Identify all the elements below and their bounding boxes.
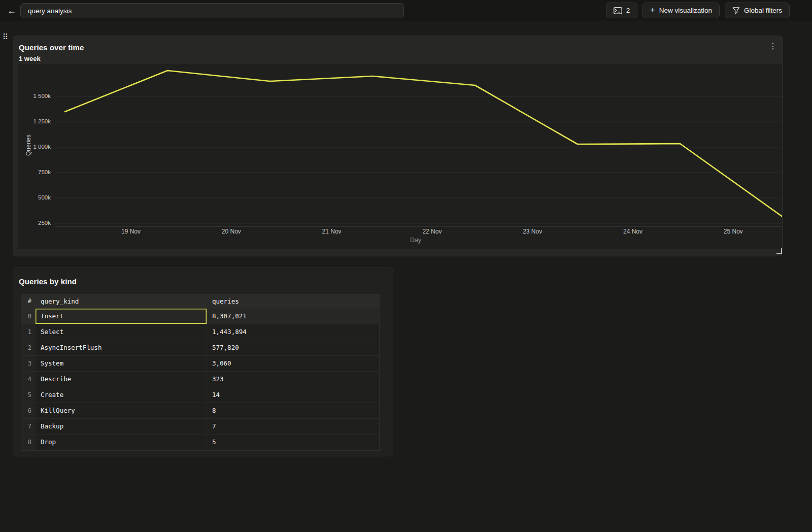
y-tick-label: 1 250k [18, 118, 51, 124]
x-axis-title: Day [390, 237, 441, 244]
row-index: 3 [21, 356, 36, 371]
row-index: 5 [21, 387, 36, 403]
row-index: 7 [21, 419, 36, 434]
new-visualization-button[interactable]: + New visualization [642, 3, 720, 18]
x-tick-label: 21 Nov [314, 228, 350, 235]
query-kind-cell[interactable]: Backup [36, 419, 207, 434]
chart-title: Queries over time [19, 43, 783, 52]
resize-handle-icon[interactable] [776, 248, 782, 254]
back-button[interactable]: ← [4, 3, 19, 18]
arrow-left-icon: ← [7, 6, 16, 16]
table-row: 1Select1,443,894 [21, 324, 379, 340]
table-row: 5Create14 [21, 387, 379, 403]
console-count: 2 [626, 7, 630, 14]
queries-count-cell[interactable]: 8,307,021 [207, 309, 379, 324]
drag-handle-icon[interactable]: ⠿ [3, 32, 8, 42]
y-tick-label: 750k [18, 169, 51, 175]
table-row: 4Describe323 [21, 372, 379, 387]
x-tick-label: 19 Nov [113, 228, 149, 235]
table-row: 2AsyncInsertFlush577,820 [21, 340, 379, 356]
y-tick-label: 250k [18, 220, 51, 226]
panel-menu-button[interactable]: ⋮ [767, 40, 779, 51]
row-index: 2 [21, 340, 36, 355]
topbar-actions: 2 + New visualization Global filters [606, 3, 790, 18]
queries-count-cell[interactable]: 8 [207, 403, 379, 418]
y-tick-label: 500k [18, 194, 51, 201]
table-row: 3System3,060 [21, 356, 379, 372]
x-tick-label: 24 Nov [615, 228, 651, 235]
row-index: 0 [21, 309, 36, 324]
kebab-icon: ⋮ [769, 42, 777, 50]
queries-count-cell[interactable]: 14 [207, 387, 379, 403]
x-tick-label: 20 Nov [214, 228, 249, 235]
table-row: 7Backup7 [21, 419, 379, 435]
query-kind-cell[interactable]: KillQuery [36, 403, 207, 418]
queries-count-cell[interactable]: 7 [207, 419, 379, 434]
column-header[interactable]: # [21, 294, 36, 308]
table-row: 6KillQuery8 [21, 403, 379, 419]
queries-count-cell[interactable]: 1,443,894 [207, 324, 379, 340]
row-index: 4 [21, 372, 36, 387]
new-visualization-label: New visualization [659, 7, 712, 14]
row-index: 6 [21, 403, 36, 418]
queries-count-cell[interactable]: 323 [207, 372, 379, 387]
query-kind-cell[interactable]: Select [36, 324, 207, 340]
queries-by-kind-table: #query_kindqueries0Insert8,307,0211Selec… [21, 294, 380, 451]
table-title: Queries by kind [19, 277, 393, 286]
column-header[interactable]: query_kind [36, 294, 207, 308]
query-kind-cell[interactable]: Create [36, 387, 207, 403]
queries-count-cell[interactable]: 5 [207, 435, 379, 450]
column-header[interactable]: queries [207, 294, 379, 308]
global-filters-button[interactable]: Global filters [725, 3, 790, 18]
y-tick-label: 1 000k [18, 144, 51, 150]
query-kind-cell[interactable]: Drop [36, 435, 207, 450]
dashboard-title-input[interactable] [20, 3, 404, 18]
x-tick-label: 22 Nov [414, 228, 450, 235]
queries-count-cell[interactable]: 3,060 [207, 356, 379, 371]
open-query-console-button[interactable]: 2 [606, 3, 638, 18]
topbar: ← 2 + New visualization Global filters [0, 0, 812, 21]
y-tick-label: 1 500k [18, 93, 51, 99]
filter-funnel-icon [732, 7, 740, 14]
row-index: 8 [21, 435, 36, 450]
x-tick-label: 25 Nov [716, 228, 751, 235]
plus-icon: + [650, 6, 655, 15]
chart-panel: Queries over time 1 week ⋮ Queries 1 500… [13, 36, 783, 256]
table-header-row: #query_kindqueries [21, 294, 379, 309]
table-row: 8Drop5 [21, 435, 379, 450]
query-kind-cell[interactable]: System [36, 356, 207, 371]
query-kind-cell[interactable]: AsyncInsertFlush [36, 340, 207, 355]
query-kind-cell[interactable]: Insert [36, 309, 207, 324]
table-row: 0Insert8,307,021 [21, 309, 379, 324]
chart-canvas [18, 64, 782, 249]
queries-count-cell[interactable]: 577,820 [207, 340, 379, 355]
table-panel: Queries by kind #query_kindqueries0Inser… [13, 268, 393, 456]
global-filters-label: Global filters [744, 7, 782, 14]
console-icon [614, 7, 622, 14]
queries-over-time-line-chart: Queries 1 500k1 250k1 000k750k500k250k 1… [18, 64, 782, 249]
x-tick-label: 23 Nov [515, 228, 550, 235]
row-index: 1 [21, 324, 36, 340]
query-kind-cell[interactable]: Describe [36, 372, 207, 387]
queries-line-series [65, 71, 782, 217]
chart-subtitle: 1 week [19, 55, 783, 62]
